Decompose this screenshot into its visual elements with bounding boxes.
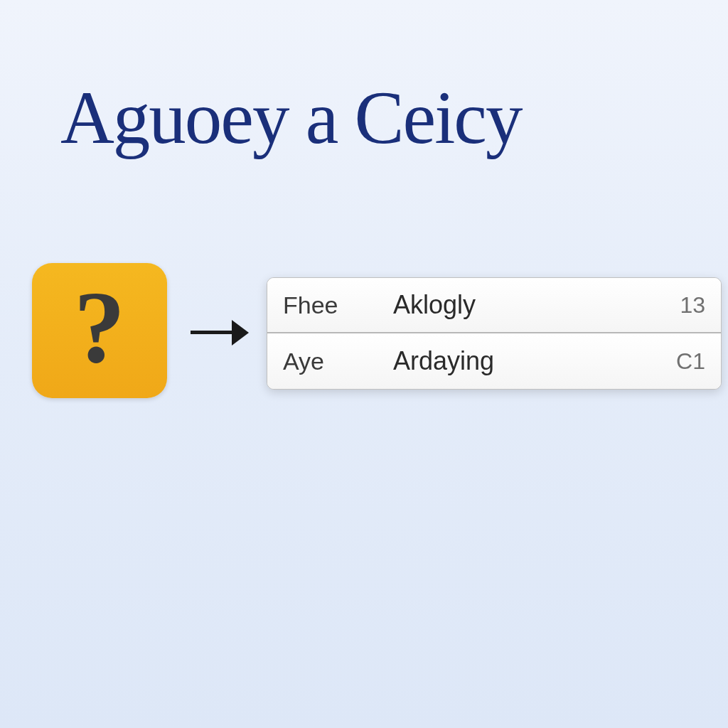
row-label-left: Aye: [283, 348, 393, 375]
question-mark-icon: ?: [74, 276, 126, 379]
list-item[interactable]: Aye Ardaying C1: [267, 333, 721, 389]
row-value-right: C1: [652, 348, 705, 375]
row-label-mid: Ardaying: [393, 346, 652, 376]
help-icon[interactable]: ?: [32, 263, 167, 398]
list-item[interactable]: Fhee Aklogly 13: [267, 278, 721, 333]
results-panel: Fhee Aklogly 13 Aye Ardaying C1: [267, 277, 722, 390]
row-label-left: Fhee: [283, 291, 393, 319]
row-value-right: 13: [652, 292, 705, 318]
row-label-mid: Aklogly: [393, 290, 652, 320]
arrow-right-icon: [191, 318, 251, 347]
page-title: Aguoey a Ceicy: [60, 75, 521, 161]
